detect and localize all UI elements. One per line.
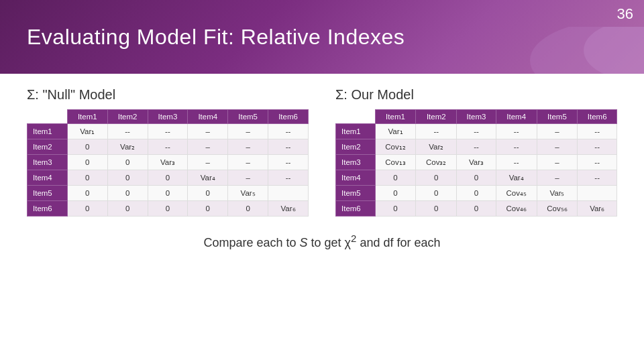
null-model-title: Σ: "Null" Model [27,87,309,103]
our-col-item2: Item2 [416,110,457,124]
null-table-corner [28,110,68,124]
table-cell: 0 [67,170,107,186]
row-header: Item3 [336,155,376,170]
table-cell: Var₄ [496,170,537,186]
table-cell: 0 [67,155,107,170]
table-cell: Cov₄₆ [496,201,537,217]
table-cell: Var₅ [537,186,578,201]
table-cell: 0 [148,170,188,186]
row-header: Item4 [336,170,376,186]
our-col-item4: Item4 [496,110,537,124]
table-cell: Var₃ [457,155,496,170]
our-col-item1: Item1 [375,110,416,124]
table-cell [268,186,309,201]
table-cell: Cov₅₆ [537,201,578,217]
table-cell: 0 [107,170,148,186]
table-cell: Var₁ [67,124,107,139]
table-cell: 0 [107,186,148,201]
table-cell: Var₄ [188,170,228,186]
table-cell: Var₅ [228,186,268,201]
table-cell [578,186,617,201]
table-row: Item3Cov₁₃Cov₃₂Var₃--–-- [336,155,617,170]
table-cell: -- [496,139,537,155]
table-cell: – [228,139,268,155]
table-cell: – [188,139,228,155]
null-model-section: Σ: "Null" Model Item1 Item2 Item3 Item4 … [27,87,309,217]
table-cell: – [228,155,268,170]
table-cell: – [188,124,228,139]
table-cell: 0 [67,201,107,217]
slide-number: 36 [617,5,633,23]
table-cell: 0 [148,201,188,217]
table-cell: -- [416,124,457,139]
table-cell: 0 [457,170,496,186]
our-col-item6: Item6 [578,110,617,124]
table-cell: -- [578,139,617,155]
our-model-table: Item1 Item2 Item3 Item4 Item5 Item6 Item… [335,109,617,217]
table-cell: 0 [228,201,268,217]
null-col-item2: Item2 [107,110,148,124]
our-model-section: Σ: Our Model Item1 Item2 Item3 Item4 Ite… [335,87,617,217]
table-cell: Var₂ [107,139,148,155]
our-col-item5: Item5 [537,110,578,124]
row-header: Item2 [336,139,376,155]
table-cell: -- [578,170,617,186]
table-row: Item6000Cov₄₆Cov₅₆Var₆ [336,201,617,217]
table-cell: -- [107,124,148,139]
table-cell: Cov₃₂ [416,155,457,170]
table-cell: -- [457,139,496,155]
table-cell: Var₆ [268,201,309,217]
table-cell: 0 [416,170,457,186]
row-header: Item2 [28,139,68,155]
table-cell: -- [578,155,617,170]
table-cell: – [537,155,578,170]
table-cell: Var₃ [148,155,188,170]
row-header: Item3 [28,155,68,170]
table-cell: Cov₄₅ [496,186,537,201]
table-cell: 0 [375,170,416,186]
table-cell: Var₂ [416,139,457,155]
table-cell: – [228,124,268,139]
table-row: Item4000Var₄–-- [28,170,309,186]
table-cell: 0 [107,201,148,217]
table-cell: 0 [457,186,496,201]
table-cell: -- [148,139,188,155]
table-row: Item4000Var₄–-- [336,170,617,186]
table-cell: 0 [416,186,457,201]
table-cell: – [537,139,578,155]
row-header: Item5 [336,186,376,201]
table-cell: – [188,155,228,170]
header: 36 Evaluating Model Fit: Relative Indexe… [0,0,644,74]
null-col-item5: Item5 [228,110,268,124]
table-row: Item20Var₂--––-- [28,139,309,155]
table-cell: 0 [416,201,457,217]
table-cell: -- [268,170,309,186]
table-cell: 0 [188,186,228,201]
table-cell: -- [268,124,309,139]
table-cell: 0 [188,201,228,217]
table-row: Item5000Cov₄₅Var₅ [336,186,617,201]
page-title: Evaluating Model Fit: Relative Indexes [27,25,405,50]
table-cell: – [537,170,578,186]
table-cell: 0 [67,186,107,201]
null-col-item6: Item6 [268,110,309,124]
table-row: Item1Var₁------–-- [336,124,617,139]
table-row: Item600000Var₆ [28,201,309,217]
table-cell: -- [268,155,309,170]
our-col-item3: Item3 [457,110,496,124]
table-cell: 0 [375,186,416,201]
table-cell: – [228,170,268,186]
table-cell: -- [578,124,617,139]
table-cell: 0 [107,155,148,170]
null-col-item1: Item1 [67,110,107,124]
svg-point-1 [584,27,644,74]
row-header: Item1 [336,124,376,139]
table-cell: 0 [457,201,496,217]
table-cell: -- [496,124,537,139]
null-col-item3: Item3 [148,110,188,124]
table-cell: -- [268,139,309,155]
table-cell: – [537,124,578,139]
table-cell: 0 [148,186,188,201]
table-cell: 0 [375,201,416,217]
table-cell: Var₁ [375,124,416,139]
